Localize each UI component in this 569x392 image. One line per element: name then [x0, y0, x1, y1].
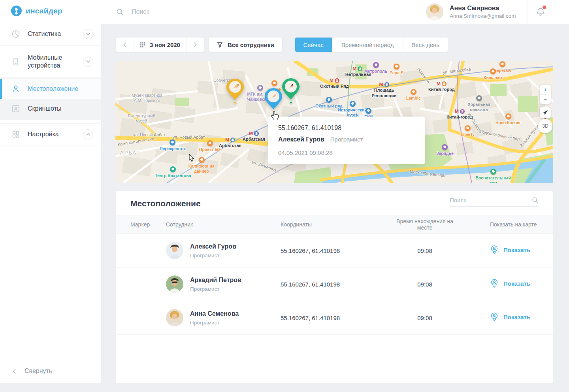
coordinates: 55.160267, 61.410198	[281, 281, 375, 288]
chevron-down-icon[interactable]	[83, 57, 93, 67]
sidebar-subgroup: Местоположение Скриншоты	[0, 77, 101, 120]
search-icon	[532, 197, 539, 204]
show-on-map-button[interactable]: Показать	[490, 245, 530, 254]
show-on-map-button[interactable]: Показать	[490, 312, 530, 322]
tooltip-timestamp: 04.05.2021 09:08:28	[278, 149, 415, 156]
employee-map-pin[interactable]	[282, 78, 300, 100]
selected-date: 3 ноя 2020	[150, 41, 180, 48]
zoom-in-button[interactable]: +	[540, 85, 551, 95]
employee-name: Анна Семенова	[190, 310, 239, 317]
table-row[interactable]: Алексей Гуров Програмист 55.160267, 61.4…	[116, 234, 553, 268]
chevron-down-icon[interactable]	[83, 29, 93, 39]
coordinates: 55.160267, 61.410198	[281, 315, 375, 321]
sidebar-item-label: Скриншоты	[28, 105, 93, 113]
table-row[interactable]: Анна Семенова Програмист 55.160267, 61.4…	[116, 301, 553, 335]
screenshot-icon	[11, 104, 21, 113]
sidebar-item-statistics[interactable]: Статистика	[0, 22, 101, 46]
tab-time-period[interactable]: Временной период	[332, 38, 403, 52]
time-on-site: 09:08	[375, 247, 474, 254]
table-search-input[interactable]	[450, 197, 532, 204]
notifications-button[interactable]	[535, 6, 546, 18]
tooltip-employee-name: Алексей Гуров	[278, 136, 324, 143]
sidebar-item-label: Настройка	[28, 130, 76, 138]
calendar-dots-icon	[140, 42, 146, 48]
avatar	[426, 3, 443, 21]
global-search[interactable]	[116, 0, 250, 24]
smartphone-icon	[11, 57, 21, 66]
navigation-arrow-icon	[543, 110, 548, 115]
sidebar-item-mobile-devices[interactable]: Мобильные устройства	[0, 46, 101, 77]
user-name: Анна Смирнова	[450, 5, 516, 12]
map[interactable]: ул. Новый Арбатул. Новый АрбатАРБАТКомпо…	[115, 61, 553, 183]
show-on-map-button[interactable]: Показать	[490, 279, 530, 288]
pin-location-dot	[272, 113, 275, 115]
topbar: Анна Смирнова Anna.Smirnova@gmail.com	[101, 0, 569, 24]
sidebar-item-label: Мобильные устройства	[28, 54, 76, 70]
employee-filter-button[interactable]: Все сотрудники	[209, 38, 282, 52]
employee-name: Аркадий Петров	[190, 277, 241, 284]
3d-mode-button[interactable]: 3D	[538, 119, 552, 133]
table-search[interactable]	[450, 197, 539, 207]
divider	[528, 0, 528, 24]
logo-text: инсайдер	[26, 7, 62, 15]
main-content: 3 ноя 2020 Все сотрудники Сейчас Временн…	[101, 24, 569, 392]
sidebar-collapse-button[interactable]: Свернуть	[0, 368, 101, 375]
map-toolbar: 3 ноя 2020 Все сотрудники Сейчас Временн…	[116, 38, 448, 52]
employee-map-pin[interactable]	[265, 88, 282, 110]
chevron-left-icon	[123, 42, 126, 47]
date-picker-group: 3 ноя 2020	[116, 38, 204, 52]
time-on-site: 09:08	[375, 315, 474, 321]
employee-map-pin[interactable]	[226, 79, 244, 101]
panel-title: Местоположение	[130, 199, 201, 208]
avatar	[166, 242, 183, 259]
chevron-left-icon	[13, 369, 16, 374]
sidebar-item-location[interactable]: Местоположение	[0, 79, 101, 99]
sidebar: инсайдер Статистика Мобильные устройства…	[0, 0, 101, 383]
chevron-up-icon[interactable]	[83, 129, 93, 139]
divider	[554, 0, 554, 24]
table-header: Маркер Сотрудник Координаты Время нахожд…	[116, 215, 553, 234]
locate-button[interactable]	[540, 107, 551, 118]
sidebar-item-settings[interactable]: Настройка	[0, 123, 101, 145]
col-marker: Маркер	[130, 221, 166, 228]
search-input[interactable]	[132, 8, 250, 15]
tab-now[interactable]: Сейчас	[295, 38, 332, 52]
user-email: Anna.Smirnova@gmail.com	[450, 13, 516, 19]
logo[interactable]: инсайдер	[0, 0, 101, 22]
sidebar-item-label: Статистика	[28, 30, 76, 38]
zoom-controls: + −	[540, 85, 551, 104]
employee-name: Алексей Гуров	[190, 243, 236, 250]
tooltip-employee-role: Програмист	[330, 136, 363, 143]
date-picker-button[interactable]: 3 ноя 2020	[134, 38, 187, 52]
prev-date-button[interactable]	[116, 38, 134, 52]
col-show: Показать на карте	[474, 221, 539, 228]
col-coordinates: Координаты	[281, 221, 375, 228]
person-pin-icon	[490, 279, 499, 288]
chevron-right-icon	[194, 42, 197, 47]
grid-icon	[11, 130, 21, 139]
employee-role: Програмист	[190, 320, 239, 326]
next-date-button[interactable]	[187, 38, 204, 52]
sidebar-item-screenshots[interactable]: Скриншоты	[0, 99, 101, 119]
col-time: Время нахождения на месте	[393, 218, 456, 231]
sidebar-item-label: Местоположение	[28, 85, 93, 93]
location-panel: Местоположение Маркер Сотрудник Координа…	[116, 191, 553, 383]
pie-chart-icon	[11, 29, 21, 39]
time-on-site: 09:08	[375, 281, 474, 288]
pin-location-dot	[290, 101, 292, 104]
user-menu[interactable]: Анна Смирнова Anna.Smirnova@gmail.com	[426, 3, 516, 21]
person-pin-icon	[490, 312, 499, 322]
coordinates: 55.160267, 61.410198	[281, 247, 375, 254]
tab-all-day[interactable]: Весь день	[403, 38, 448, 52]
employee-filter-label: Все сотрудники	[228, 41, 274, 48]
search-icon	[116, 8, 124, 16]
avatar	[166, 309, 183, 326]
table-row[interactable]: Аркадий Петров Програмист 55.160267, 61.…	[116, 268, 553, 301]
employee-role: Програмист	[190, 286, 241, 292]
time-mode-tabs: Сейчас Временной период Весь день	[295, 38, 448, 52]
col-employee: Сотрудник	[166, 221, 281, 228]
zoom-out-button[interactable]: −	[540, 95, 551, 104]
collapse-label: Свернуть	[24, 368, 52, 375]
notification-badge	[543, 6, 546, 9]
employee-role: Програмист	[190, 253, 236, 258]
